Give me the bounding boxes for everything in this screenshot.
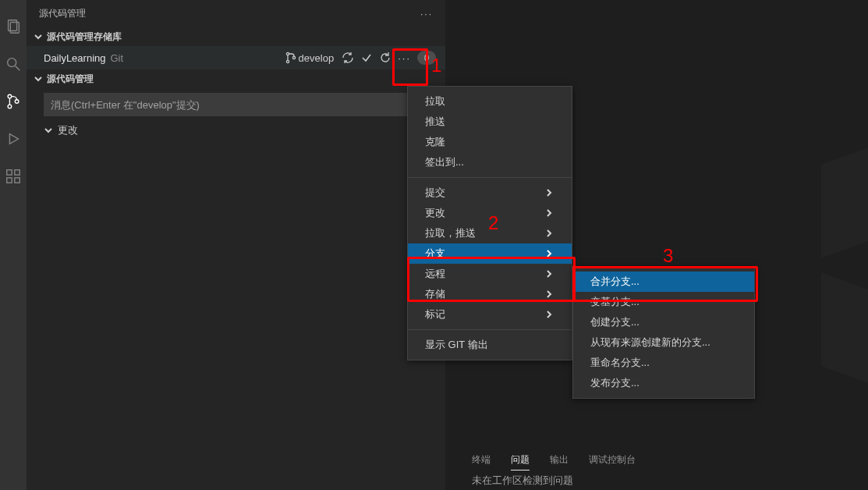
chevron-down-icon (33, 73, 44, 84)
svg-point-2 (8, 59, 16, 67)
chevron-right-icon (545, 289, 553, 300)
menu-item-remote[interactable]: 远程 (408, 264, 572, 284)
repo-type: Git (111, 52, 124, 64)
chevron-right-icon (545, 268, 553, 280)
tab-output[interactable]: 输出 (550, 450, 569, 470)
scm-more-menu: 拉取 推送 克隆 签出到... 提交 更改 拉取，推送 分支 远程 存储 标记 … (407, 86, 572, 360)
svg-point-5 (8, 105, 12, 108)
chevron-down-icon (44, 126, 55, 135)
menu-item-checkout-to[interactable]: 签出到... (408, 152, 572, 172)
chevron-right-icon (545, 187, 553, 199)
menu-item-publish-branch[interactable]: 发布分支... (573, 373, 754, 393)
section-header-scm[interactable]: 源代码管理 (27, 69, 445, 88)
tab-debug-console[interactable]: 调试控制台 (589, 450, 636, 470)
svg-rect-11 (15, 178, 19, 183)
menu-item-create-branch-from[interactable]: 从现有来源创建新的分支... (573, 332, 754, 353)
problems-message: 未在工作区检测到问题 (445, 474, 868, 488)
chevron-right-icon (545, 208, 553, 219)
changes-row[interactable]: 更改 (27, 121, 445, 140)
menu-separator (408, 329, 572, 330)
sync-icon[interactable] (342, 51, 354, 64)
chevron-down-icon (33, 31, 44, 42)
svg-point-4 (8, 94, 12, 98)
tab-problems[interactable]: 问题 (511, 450, 530, 470)
svg-rect-9 (15, 170, 19, 175)
menu-item-stash[interactable]: 存储 (408, 284, 572, 304)
menu-item-rename-branch[interactable]: 重命名分支... (573, 353, 754, 373)
files-icon[interactable] (4, 17, 23, 36)
tab-terminal[interactable]: 终端 (472, 450, 491, 470)
menu-item-create-branch[interactable]: 创建分支... (573, 312, 754, 332)
bottom-tabs: 终端 问题 输出 调试控制台 (445, 446, 868, 474)
refresh-icon[interactable] (379, 51, 391, 64)
commit-input-wrap (27, 88, 445, 121)
source-control-icon[interactable] (4, 92, 23, 111)
repo-row[interactable]: DailyLearning Git develop ··· 0 (27, 46, 445, 69)
extensions-icon[interactable] (4, 167, 23, 186)
branch-name: develop (299, 52, 335, 64)
svg-point-13 (286, 60, 289, 62)
repo-name: DailyLearning (44, 52, 106, 64)
chevron-right-icon (545, 248, 553, 260)
menu-item-changes[interactable]: 更改 (408, 203, 572, 223)
menu-item-branch[interactable]: 分支 (408, 243, 572, 264)
chevron-right-icon (545, 309, 553, 321)
svg-point-12 (286, 52, 289, 55)
menu-item-commit[interactable]: 提交 (408, 183, 572, 203)
svg-marker-7 (9, 134, 18, 144)
watermark-shape (821, 272, 868, 383)
menu-item-tags[interactable]: 标记 (408, 304, 572, 325)
svg-rect-10 (7, 178, 12, 183)
bottom-panel: 终端 问题 输出 调试控制台 未在工作区检测到问题 (445, 446, 868, 490)
section-header-repos[interactable]: 源代码管理存储库 (27, 27, 445, 46)
branch-indicator[interactable]: develop (285, 51, 336, 64)
changes-label: 更改 (58, 123, 78, 137)
chevron-right-icon (545, 228, 553, 240)
svg-point-6 (15, 100, 19, 104)
section-repos-label: 源代码管理存储库 (47, 30, 122, 44)
svg-point-14 (292, 56, 295, 59)
menu-item-rebase-branch[interactable]: 变基分支... (573, 292, 754, 312)
svg-rect-8 (7, 170, 12, 175)
source-control-panel: 源代码管理 ··· 源代码管理存储库 DailyLearning Git dev… (27, 0, 445, 490)
menu-item-merge-branch[interactable]: 合并分支... (573, 272, 754, 292)
svg-line-3 (16, 66, 20, 71)
menu-separator (408, 177, 572, 178)
changes-count-badge: 0 (417, 51, 436, 65)
menu-item-push[interactable]: 推送 (408, 112, 572, 132)
activity-bar (0, 0, 27, 490)
commit-message-input[interactable] (44, 93, 436, 116)
menu-item-pull-push[interactable]: 拉取，推送 (408, 223, 572, 243)
more-actions-icon[interactable]: ··· (398, 52, 411, 64)
branch-submenu: 合并分支... 变基分支... 创建分支... 从现有来源创建新的分支... 重… (572, 266, 755, 399)
commit-check-icon[interactable] (360, 51, 373, 64)
search-icon[interactable] (4, 55, 23, 73)
watermark-shape (821, 147, 868, 258)
menu-item-pull[interactable]: 拉取 (408, 91, 572, 112)
debug-icon[interactable] (4, 130, 23, 148)
menu-item-clone[interactable]: 克隆 (408, 132, 572, 152)
panel-more-icon[interactable]: ··· (420, 9, 433, 20)
menu-item-show-git-output[interactable]: 显示 GIT 输出 (408, 335, 572, 355)
panel-title-row: 源代码管理 ··· (27, 0, 445, 27)
panel-title: 源代码管理 (39, 7, 86, 20)
section-scm-label: 源代码管理 (47, 73, 94, 86)
